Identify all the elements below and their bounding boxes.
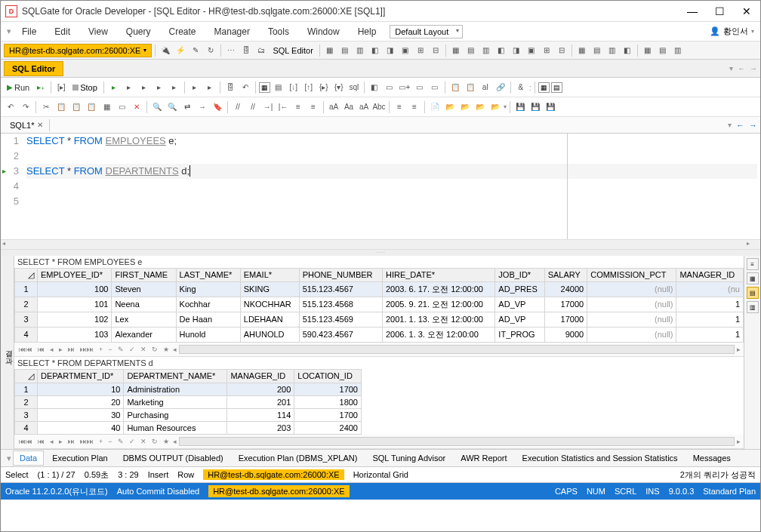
tool-icon-3[interactable]: ▥ <box>353 44 367 57</box>
menu-tools[interactable]: Tools <box>260 24 297 39</box>
file-tab-next-icon[interactable]: → <box>749 121 757 130</box>
tab-messages[interactable]: Messages <box>686 451 738 466</box>
menu-view[interactable]: View <box>81 24 116 39</box>
menu-manager[interactable]: Manager <box>207 24 257 39</box>
table-row[interactable]: 2 20 Marketing 201 1800 <box>15 396 362 409</box>
more-icon[interactable]: ⋯ <box>224 44 238 57</box>
tool-icon-22[interactable]: ▤ <box>656 44 670 57</box>
rename-icon[interactable]: aI <box>479 81 492 94</box>
uncomment-icon[interactable]: // <box>246 100 260 114</box>
close-tab-icon[interactable]: ✕ <box>37 121 43 129</box>
tool-icon-4[interactable]: ◧ <box>368 44 382 57</box>
amp-icon[interactable]: & <box>514 81 528 94</box>
tab-exec-plan-xplan[interactable]: Execution Plan (DBMS_XPLAN) <box>232 451 365 466</box>
align-right-icon[interactable]: ≡ <box>408 100 421 114</box>
layout-icon-2[interactable]: [↓] <box>287 81 300 94</box>
grid-corner[interactable]: ◿ <box>15 269 38 282</box>
menu-help[interactable]: Help <box>350 24 384 39</box>
user-area[interactable]: 👤 황인서 ▾ <box>710 26 754 37</box>
splitter[interactable]: ⋯⋯ <box>1 250 760 256</box>
db-icon[interactable]: 🗄 <box>239 44 253 57</box>
tool-icon-11[interactable]: ▥ <box>479 44 493 57</box>
layout-icon-3[interactable]: [↑] <box>302 81 316 94</box>
run-button[interactable]: ▶Run <box>4 81 32 94</box>
grid-corner[interactable]: ◿ <box>15 370 38 383</box>
run-step-icon[interactable]: ▸₊ <box>34 81 48 94</box>
tab-icon-4[interactable]: ▭ <box>428 81 442 94</box>
tab-exec-stats[interactable]: Execution Statistics and Session Statist… <box>516 451 685 466</box>
redo-icon[interactable]: ↷ <box>19 100 32 114</box>
stop-button[interactable]: Stop <box>69 81 100 94</box>
link-icon[interactable]: 🔗 <box>494 81 507 94</box>
exec-icon-3[interactable]: ▸ <box>137 81 151 94</box>
copy2-icon[interactable]: 📋 <box>54 100 68 114</box>
tool-icon-19[interactable]: ▥ <box>605 44 619 57</box>
save-as-icon[interactable]: 💾 <box>544 100 557 114</box>
right-tool-4[interactable]: ▥ <box>747 301 759 313</box>
abc-icon[interactable]: Abc <box>372 100 386 114</box>
case-upper-icon[interactable]: aA <box>327 100 340 114</box>
nav-edit-icon[interactable]: ✎ <box>116 438 125 445</box>
exec-icon-4[interactable]: ▸ <box>153 81 166 94</box>
replace-icon[interactable]: ⇄ <box>180 100 194 114</box>
table-row[interactable]: 4 103 Alexander Hunold AHUNOLD 590.423.4… <box>15 328 744 343</box>
save-all-icon[interactable]: 💾 <box>528 100 542 114</box>
tool-icon-13[interactable]: ◨ <box>510 44 523 57</box>
tool-icon-18[interactable]: ▤ <box>590 44 604 57</box>
step-into-icon[interactable]: [▸] <box>54 81 68 94</box>
refresh-icon[interactable]: ↻ <box>204 44 217 57</box>
tab-awr-report[interactable]: AWR Report <box>454 451 513 466</box>
editor-tab-sql-editor[interactable]: SQL Editor <box>4 61 63 76</box>
tab-icon-2[interactable]: ▭+ <box>398 81 411 94</box>
tool-icon-10[interactable]: ▤ <box>464 44 478 57</box>
tool-icon-6[interactable]: ▣ <box>399 44 412 57</box>
tool-icon-12[interactable]: ◧ <box>494 44 508 57</box>
file-tab-sql1[interactable]: SQL1* ✕ <box>4 119 50 131</box>
paste3-icon[interactable]: 📋 <box>85 100 98 114</box>
tool-icon-15[interactable]: ⊞ <box>540 44 553 57</box>
nav-cancel-icon[interactable]: ✕ <box>139 438 148 445</box>
nav-prev-page-icon[interactable]: ⏮ <box>36 438 46 445</box>
table-row[interactable]: 3 30 Purchasing 114 1700 <box>15 409 362 422</box>
tool-icon-9[interactable]: ▦ <box>449 44 463 57</box>
find-icon[interactable]: 🔍 <box>150 100 164 114</box>
clear-icon[interactable]: ▭ <box>115 100 128 114</box>
tool-icon-20[interactable]: ◧ <box>621 44 634 57</box>
nav-ok-icon[interactable]: ✓ <box>128 438 137 445</box>
paste-icon[interactable]: 📋 <box>464 81 477 94</box>
col-header[interactable]: PHONE_NUMBER <box>299 269 382 282</box>
disconnect-icon[interactable]: ✎ <box>189 44 202 57</box>
nav-next-icon[interactable]: ▸ <box>57 438 64 445</box>
open4-icon[interactable]: 📂 <box>488 100 502 114</box>
layout-btn-1[interactable]: ▦ <box>538 82 550 93</box>
nav-last-icon[interactable]: ⏭⏭ <box>79 438 95 445</box>
maximize-button[interactable]: ☐ <box>710 4 729 19</box>
goto-icon[interactable]: → <box>196 100 209 114</box>
tool-icon-21[interactable]: ▦ <box>641 44 655 57</box>
col-header[interactable]: DEPARTMENT_NAME* <box>124 370 227 383</box>
exec-icon-1[interactable]: ▸ <box>107 81 121 94</box>
nav-next-icon[interactable]: ▸ <box>57 346 64 353</box>
split-icon[interactable]: ◧ <box>368 81 381 94</box>
menu-window[interactable]: Window <box>300 24 347 39</box>
new-conn-icon[interactable]: 🔌 <box>159 44 172 57</box>
layout-btn-2[interactable]: ▤ <box>551 82 562 93</box>
menu-query[interactable]: Query <box>119 24 159 39</box>
tab-dropdown-icon[interactable]: ▾ <box>729 64 733 72</box>
commit-icon[interactable]: 🗄 <box>223 81 237 94</box>
tab-exec-plan[interactable]: Execution Plan <box>45 451 114 466</box>
tool-icon-14[interactable]: ▣ <box>525 44 538 57</box>
open3-icon[interactable]: 📂 <box>473 100 487 114</box>
find-next-icon[interactable]: 🔍 <box>165 100 179 114</box>
minimize-button[interactable]: — <box>683 4 701 19</box>
delete-icon[interactable]: ✕ <box>130 100 143 114</box>
layout-icon-4[interactable]: {▸} <box>317 81 331 94</box>
layout-dropdown[interactable]: Default Layout <box>390 25 463 38</box>
col-header[interactable]: DEPARTMENT_ID* <box>38 370 124 383</box>
table-row[interactable]: 1 10 Administration 200 1700 <box>15 383 362 396</box>
nav-refresh-icon[interactable]: ↻ <box>150 438 159 445</box>
tab-icon-3[interactable]: ▭ <box>413 81 427 94</box>
exec-icon-5[interactable]: ▸ <box>168 81 181 94</box>
right-tool-1[interactable]: ≡ <box>747 258 759 270</box>
bookmark-icon[interactable]: 🔖 <box>211 100 224 114</box>
